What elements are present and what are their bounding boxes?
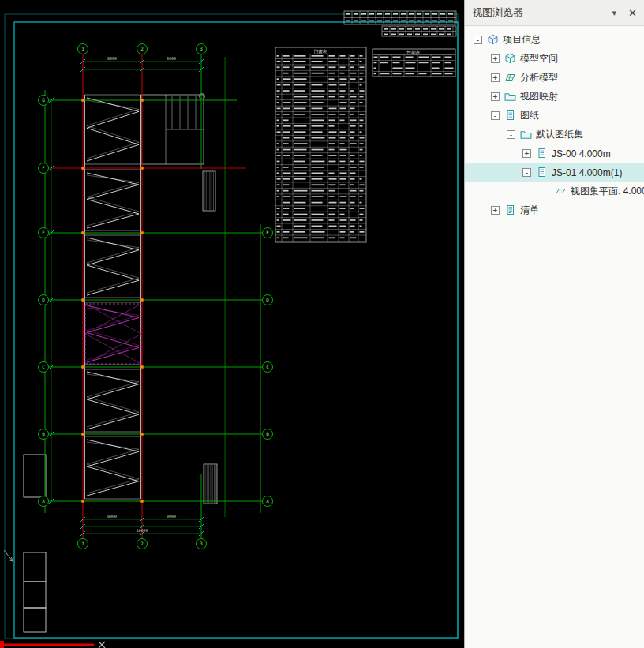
sheet-icon — [504, 110, 517, 122]
svg-text:1: 1 — [81, 541, 84, 546]
chevron-down-icon[interactable]: ▾ — [612, 8, 617, 18]
tree-item-label: 图纸 — [520, 108, 539, 122]
svg-text:3: 3 — [200, 541, 203, 546]
cad-canvas[interactable]: 门窗表性能表GFEEDDCCBBAA1122338000800080008000… — [0, 0, 464, 648]
close-icon[interactable]: ✕ — [628, 7, 637, 19]
tree-item-label: 视图集平面: 4.000 — [571, 184, 644, 198]
expand-toggle-icon[interactable]: - — [491, 111, 500, 120]
svg-text:E: E — [42, 230, 45, 235]
project-tree: - 项目信息 + 模型空间 + 分析模型 — [465, 26, 644, 648]
plan-view-icon — [554, 185, 567, 197]
svg-text:F: F — [42, 165, 45, 170]
tree-item-js-00[interactable]: + JS-00 4.000m — [465, 144, 644, 163]
tree-item-label: 项目信息 — [503, 32, 541, 47]
folder-icon — [504, 91, 517, 103]
tree-item-js-01[interactable]: - JS-01 4.000m(1) — [465, 163, 644, 182]
tree-item-analysis-model[interactable]: + 分析模型 — [465, 68, 644, 87]
sheet-icon — [535, 167, 549, 178]
svg-text:B: B — [42, 431, 45, 436]
svg-text:8000: 8000 — [107, 56, 117, 61]
application-window: 门窗表性能表GFEEDDCCBBAA1122338000800080008000… — [0, 0, 644, 648]
svg-text:A: A — [266, 498, 269, 504]
svg-text:C: C — [42, 364, 45, 369]
tree-item-label: JS-01 4.000m(1) — [552, 167, 622, 178]
expand-toggle-icon[interactable]: + — [522, 149, 531, 158]
tree-item-label: 模型空间 — [520, 51, 558, 66]
view-browser-panel: 视图浏览器 ▾ ✕ - 项目信息 + 模型空间 + — [464, 0, 644, 648]
svg-text:1: 1 — [81, 46, 84, 51]
svg-text:门窗表: 门窗表 — [314, 49, 328, 54]
tree-item-label: 默认图纸集 — [536, 127, 583, 141]
sheet-icon — [535, 148, 549, 159]
svg-text:2: 2 — [140, 541, 144, 546]
expand-toggle-icon[interactable]: - — [474, 36, 482, 44]
list-document-icon — [504, 204, 517, 216]
tree-item-label: 清单 — [520, 203, 539, 217]
tree-item-model-space[interactable]: + 模型空间 — [465, 49, 644, 68]
cad-viewport[interactable]: 门窗表性能表GFEEDDCCBBAA1122338000800080008000… — [0, 0, 464, 648]
tree-item-view-set-plane[interactable]: 视图集平面: 4.000 — [465, 182, 644, 200]
svg-text:G: G — [42, 97, 45, 103]
project-info-icon — [486, 34, 500, 46]
tree-item-label: 视图映射 — [520, 89, 558, 103]
expand-toggle-icon[interactable]: + — [491, 54, 500, 63]
svg-text:D: D — [42, 297, 45, 302]
panel-title: 视图浏览器 — [472, 6, 612, 20]
analysis-model-icon — [504, 72, 517, 84]
canvas-background — [0, 0, 464, 648]
tree-item-view-mapping[interactable]: + 视图映射 — [465, 87, 644, 106]
expand-toggle-icon[interactable]: - — [522, 168, 531, 177]
svg-text:C: C — [266, 364, 269, 369]
svg-text:8000: 8000 — [167, 56, 176, 61]
svg-text:8000: 8000 — [167, 514, 176, 519]
tree-item-label: 分析模型 — [520, 70, 558, 84]
model-space-cube-icon — [504, 53, 517, 65]
expand-toggle-icon[interactable]: + — [491, 92, 500, 101]
svg-text:性能表: 性能表 — [406, 50, 421, 55]
tree-item-sheets[interactable]: - 图纸 — [465, 106, 644, 125]
svg-text:E: E — [266, 230, 269, 235]
svg-text:3: 3 — [200, 46, 203, 51]
expand-toggle-icon[interactable]: + — [491, 206, 500, 215]
svg-text:A: A — [42, 498, 45, 504]
panel-header: 视图浏览器 ▾ ✕ — [465, 0, 644, 26]
tree-item-label: JS-00 4.000m — [552, 148, 611, 159]
svg-text:16000: 16000 — [136, 528, 148, 533]
folder-icon — [519, 129, 533, 140]
svg-text:8000: 8000 — [107, 514, 117, 519]
svg-text:D: D — [266, 297, 269, 302]
svg-text:B: B — [266, 431, 269, 436]
svg-text:2: 2 — [140, 46, 144, 51]
expand-toggle-icon[interactable]: - — [507, 130, 515, 139]
tree-item-default-sheet-set[interactable]: - 默认图纸集 — [465, 125, 644, 144]
expand-toggle-placeholder — [541, 187, 550, 196]
expand-toggle-icon[interactable]: + — [491, 73, 500, 82]
tree-item-project-info[interactable]: - 项目信息 — [465, 30, 644, 49]
tree-item-list[interactable]: + 清单 — [465, 200, 644, 219]
